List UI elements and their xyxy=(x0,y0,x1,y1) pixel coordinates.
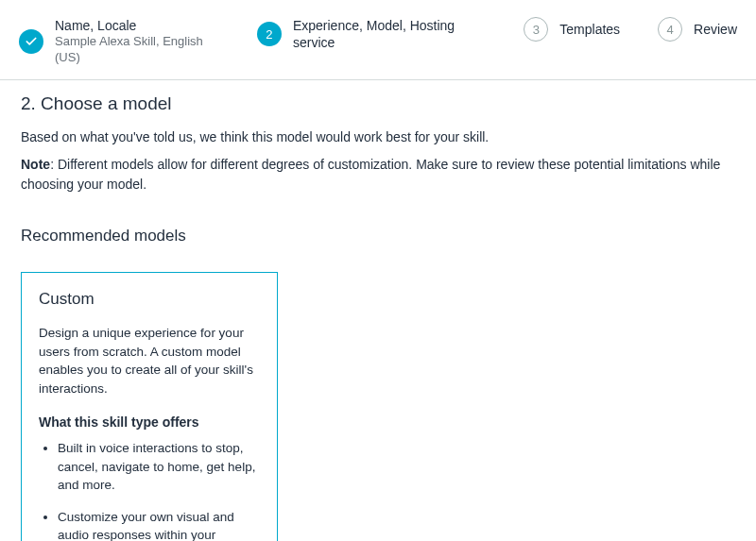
step-subtitle: Sample Alexa Skill, English (US) xyxy=(55,34,219,66)
recommended-heading: Recommended models xyxy=(21,227,735,245)
wizard-stepper: Name, Locale Sample Alexa Skill, English… xyxy=(0,0,756,80)
step-title: Experience, Model, Hosting service xyxy=(293,17,486,51)
intro-text: Based on what you've told us, we think t… xyxy=(21,127,735,147)
step-1-name-locale[interactable]: Name, Locale Sample Alexa Skill, English… xyxy=(19,17,219,66)
offers-heading: What this skill type offers xyxy=(39,414,260,430)
step-2-experience-model-hosting[interactable]: 2 Experience, Model, Hosting service xyxy=(257,17,486,51)
step-text: Name, Locale Sample Alexa Skill, English… xyxy=(55,17,219,66)
note-label: Note xyxy=(21,157,50,172)
step-text: Experience, Model, Hosting service xyxy=(293,17,486,51)
step-number-icon: 3 xyxy=(524,17,548,42)
check-icon xyxy=(19,29,43,54)
step-3-templates[interactable]: 3 Templates xyxy=(524,17,620,42)
step-text: Templates xyxy=(559,21,620,38)
step-number-icon: 2 xyxy=(257,22,282,46)
step-number-icon: 4 xyxy=(658,17,682,42)
card-title: Custom xyxy=(39,290,260,309)
model-card-custom[interactable]: Custom Design a unique experience for yo… xyxy=(21,272,278,541)
list-item: Customize your own visual and audio resp… xyxy=(58,508,260,541)
step-text: Review xyxy=(694,21,737,38)
step-title: Templates xyxy=(559,21,620,38)
main-content: 2. Choose a model Based on what you've t… xyxy=(0,80,756,541)
list-item: Built in voice interactions to stop, can… xyxy=(58,439,260,495)
offers-list: Built in voice interactions to stop, can… xyxy=(39,439,260,541)
note-text: Note: Different models allow for differe… xyxy=(21,155,735,194)
page-title: 2. Choose a model xyxy=(21,93,735,114)
step-title: Review xyxy=(694,21,737,38)
card-description: Design a unique experience for your user… xyxy=(39,324,260,397)
note-body: : Different models allow for different d… xyxy=(21,157,720,192)
step-title: Name, Locale xyxy=(55,17,219,34)
step-4-review[interactable]: 4 Review xyxy=(658,17,737,42)
